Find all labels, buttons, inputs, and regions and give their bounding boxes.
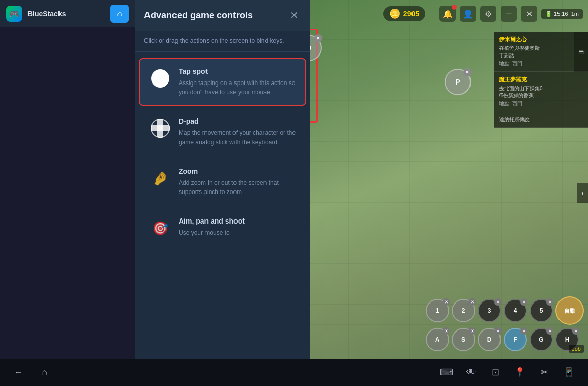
quest-item-3[interactable]: 達納托斯傳說 [494,112,588,128]
back-button[interactable]: ← [10,364,26,380]
auto-label: 自動 [564,307,575,315]
quest-text-1: 在橘旁與學徒奧斯丁對話 [499,45,583,59]
bluestacks-logo: 🎮 [6,6,22,22]
zoom-info: Zoom Add zoom in or out to the screen th… [179,167,296,197]
quest-title-1: 伊米爾之心 [499,36,583,43]
coin-display: 🪙 2905 [383,6,425,21]
tap-spot-name: Tap spot [179,67,296,75]
panel-close-button[interactable]: ✕ [287,8,301,22]
control-zoom[interactable]: 🤌 Zoom Add zoom in or out to the screen … [139,158,306,206]
skill-S[interactable]: S✕ [452,328,475,351]
control-tap-spot[interactable]: Tap spot Assign tapping on a spot with t… [139,58,306,106]
skill-4[interactable]: 4✕ [504,299,527,322]
tap-spot-icon [151,69,169,88]
controls-list: Tap spot Assign tapping on a spot with t… [135,52,310,352]
panel-subtitle: Click or drag the actions on the screen … [135,31,310,52]
skill-2[interactable]: 2✕ [452,299,475,322]
skill-D[interactable]: D✕ [478,328,501,351]
quest-text-2: 去北面的山下採集0/5份新鮮的香蕉 [499,85,583,99]
aim-icon: 🎯 [152,220,168,236]
location-icon[interactable]: 📍 [511,363,529,381]
home-button[interactable]: ⌂ [110,5,129,23]
quest-item-2[interactable]: 魔王夢羅克 去北面的山下採集0/5份新鮮的香蕉 地點: 西門 [494,72,588,112]
expand-icon[interactable]: ⊡ [486,363,505,381]
skill-1[interactable]: 1✕ [426,299,449,322]
zoom-desc: Add zoom in or out to the screen that su… [179,178,296,197]
taskbar: ← ⌂ ⌨ 👁 ⊡ 📍 ✂ 📱 [0,359,588,386]
panel-scroll-icon[interactable]: ≡ [578,47,583,57]
eye-icon[interactable]: 👁 [462,363,480,381]
tap-spot-icon-container [149,67,171,90]
keyboard-icon[interactable]: ⌨ [437,363,456,381]
cut-icon[interactable]: ✂ [535,363,553,381]
aim-desc: Use your mouse to [179,228,296,237]
phone-icon[interactable]: 📱 [560,363,578,381]
coin-amount: 2905 [403,10,419,18]
quest-title-2: 魔王夢羅克 [499,76,583,84]
tap-spot-desc: Assign tapping on a spot with this actio… [179,78,296,97]
skill-close-P[interactable]: ✕ [463,68,472,76]
quest-loc-2: 地點: 西門 [499,100,583,107]
app-name: BlueStacks [27,10,66,18]
aim-icon-container: 🎯 [149,217,171,239]
dpad-icon-circle [151,119,170,138]
skill-close-O[interactable]: ✕ [314,34,322,42]
skill-3[interactable]: 3✕ [478,299,501,322]
panel-title: Advanced game controls [144,10,253,21]
dpad-icon [151,119,170,138]
dpad-icon-container [149,117,171,140]
minimize-btn[interactable]: ─ [501,6,517,22]
quest-loc-1: 地點: 西門 [499,60,583,67]
right-expand-btn[interactable]: › [577,183,588,203]
dpad-name: D-pad [179,117,296,125]
job-label: Job [569,345,584,353]
advanced-controls-panel: Advanced game controls ✕ Click or drag t… [135,0,310,386]
quest-text-3: 達納托斯傳說 [499,116,583,123]
skill-P-area: P ✕ [445,69,471,95]
aim-name: Aim, pan and shoot [179,217,296,225]
taskbar-right: ⌨ 👁 ⊡ 📍 ✂ 📱 [437,363,578,381]
panel-header: Advanced game controls ✕ [135,0,310,31]
zoom-name: Zoom [179,167,296,175]
skill-row-1: 1✕ 2✕ 3✕ 4✕ 5✕ 自動 [426,296,584,325]
close-btn[interactable]: ✕ [521,6,537,22]
skill-5[interactable]: 5✕ [530,299,553,322]
skill-btn-P[interactable]: P ✕ [445,69,471,95]
coin-icon: 🪙 [389,8,400,19]
skill-A[interactable]: A✕ [426,328,449,351]
zoom-icon: 🤌 [152,171,168,186]
tap-spot-info: Tap spot Assign tapping on a spot with t… [179,67,296,97]
skill-G[interactable]: G✕ [530,328,553,351]
aim-info: Aim, pan and shoot Use your mouse to [179,217,296,237]
skill-row-2: A✕ S✕ D✕ F✕ G✕ H✕ [426,328,584,351]
skill-bars-bottom: 1✕ 2✕ 3✕ 4✕ 5✕ 自動 A✕ S✕ D✕ F✕ G✕ H✕ [426,296,584,351]
control-aim[interactable]: 🎯 Aim, pan and shoot Use your mouse to [139,208,306,249]
title-bar: 🎮 BlueStacks ⌂ [0,0,135,27]
skill-F[interactable]: F✕ [504,328,527,351]
settings-btn[interactable]: ⚙ [480,6,496,22]
skill-auto[interactable]: 自動 [555,296,584,325]
profile-btn[interactable]: 👤 [460,6,476,22]
home-taskbar-btn[interactable]: ⌂ [37,364,53,380]
control-dpad[interactable]: D-pad Map the movement of your character… [139,108,306,156]
dpad-desc: Map the movement of your character or th… [179,128,296,147]
dpad-info: D-pad Map the movement of your character… [179,117,296,147]
zoom-icon-container: 🤌 [149,167,171,189]
battery-indicator: 🔋 15:16 1m [541,9,583,19]
notification-dot [452,5,457,10]
quest-panel: 伊米爾之心 在橘旁與學徒奧斯丁對話 地點: 西門 › ≡ 魔王夢羅克 去北面的山… [494,32,588,128]
